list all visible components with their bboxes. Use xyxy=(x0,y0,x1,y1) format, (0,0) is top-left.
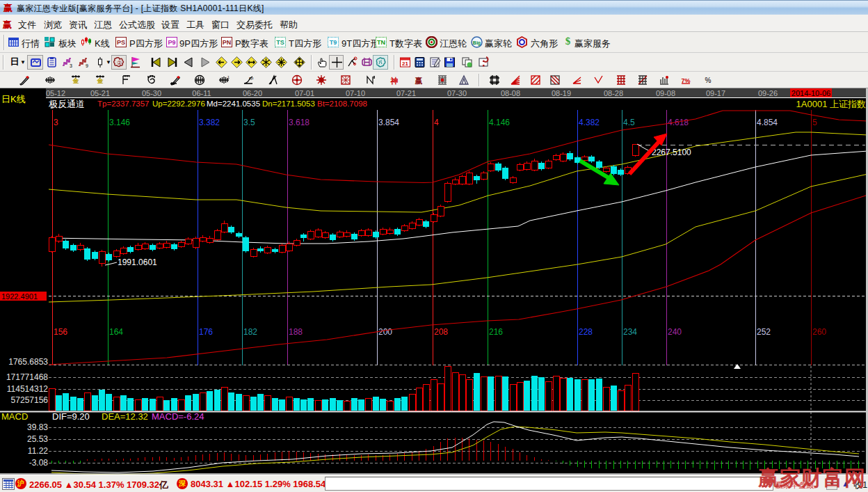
svg-text:164: 164 xyxy=(109,327,123,337)
svg-text:252: 252 xyxy=(757,327,771,337)
svg-text:5: 5 xyxy=(812,118,817,127)
svg-text:9: 9 xyxy=(86,63,88,68)
svg-text:DEA=12.32: DEA=12.32 xyxy=(102,411,148,422)
svg-text:MACD=-6.24: MACD=-6.24 xyxy=(152,411,204,422)
svg-text:4.618: 4.618 xyxy=(668,118,689,127)
svg-text:赢: 赢 xyxy=(415,77,423,85)
svg-text:188: 188 xyxy=(289,327,303,337)
svg-text:极反通道: 极反通道 xyxy=(49,99,85,109)
svg-text:39.83: 39.83 xyxy=(27,422,48,432)
svg-text:4.5: 4.5 xyxy=(623,118,635,127)
svg-text:3.5: 3.5 xyxy=(243,118,255,127)
svg-text:09-26: 09-26 xyxy=(758,89,778,97)
svg-text:182: 182 xyxy=(243,327,257,337)
svg-text:07-21: 07-21 xyxy=(396,89,416,97)
svg-text:09-17: 09-17 xyxy=(706,89,725,97)
svg-text:②: ② xyxy=(117,60,122,66)
svg-text:金: 金 xyxy=(72,77,80,84)
svg-text:Bt=2108.7098: Bt=2108.7098 xyxy=(317,100,367,108)
svg-text:07-10: 07-10 xyxy=(346,89,365,97)
svg-text:4.382: 4.382 xyxy=(579,118,600,127)
svg-text:1765.6853: 1765.6853 xyxy=(8,357,48,367)
svg-text:Up=2292.2976: Up=2292.2976 xyxy=(152,100,205,108)
svg-text:260: 260 xyxy=(812,327,826,337)
svg-text:176: 176 xyxy=(199,327,213,337)
svg-text:1922.4901: 1922.4901 xyxy=(1,292,38,301)
svg-text:n²: n² xyxy=(249,76,254,81)
svg-text:57257156: 57257156 xyxy=(11,395,49,405)
svg-text:06-20: 06-20 xyxy=(243,89,262,97)
svg-text:3.382: 3.382 xyxy=(199,118,220,127)
svg-text:216: 216 xyxy=(489,327,503,337)
svg-text:240: 240 xyxy=(668,327,682,337)
svg-text:Tp=2337.7357: Tp=2337.7357 xyxy=(97,100,150,108)
svg-text:4.146: 4.146 xyxy=(489,118,510,127)
svg-text:3.146: 3.146 xyxy=(109,118,130,127)
svg-text:3: 3 xyxy=(70,63,72,68)
svg-text:200: 200 xyxy=(378,327,392,337)
svg-text:08-28: 08-28 xyxy=(604,89,623,97)
svg-text:日K线: 日K线 xyxy=(1,94,26,104)
svg-text:Big: Big xyxy=(473,40,481,46)
svg-text:2267.5100: 2267.5100 xyxy=(652,148,691,157)
svg-text:08-08: 08-08 xyxy=(501,89,520,97)
svg-text:05-12: 05-12 xyxy=(46,89,65,97)
svg-text:神: 神 xyxy=(390,77,399,85)
svg-text:156: 156 xyxy=(54,327,67,337)
svg-text:4.854: 4.854 xyxy=(757,118,778,127)
svg-text:228: 228 xyxy=(579,327,593,337)
svg-text:Md=2241.0535: Md=2241.0535 xyxy=(207,100,260,108)
svg-text:12: 12 xyxy=(227,75,230,79)
svg-text:09-08: 09-08 xyxy=(656,89,675,97)
svg-text:07-01: 07-01 xyxy=(295,89,314,97)
svg-text:3: 3 xyxy=(54,118,58,127)
svg-text:-3.08: -3.08 xyxy=(29,458,49,468)
svg-text:25.53: 25.53 xyxy=(27,434,48,444)
svg-text:06-11: 06-11 xyxy=(192,89,211,97)
svg-text:11.22: 11.22 xyxy=(28,446,48,456)
svg-text:2014-10-06: 2014-10-06 xyxy=(791,89,830,97)
svg-text:05-21: 05-21 xyxy=(90,89,110,97)
svg-text:4: 4 xyxy=(434,118,439,127)
svg-text:金: 金 xyxy=(97,77,104,84)
svg-text:234: 234 xyxy=(623,327,637,337)
svg-text:114514312: 114514312 xyxy=(7,384,49,394)
svg-text:07-30: 07-30 xyxy=(447,89,467,97)
svg-text:05-30: 05-30 xyxy=(142,89,161,97)
svg-text:1A0001 上证指数: 1A0001 上证指数 xyxy=(796,99,866,109)
svg-text:3.618: 3.618 xyxy=(289,118,310,127)
svg-text:%: % xyxy=(705,77,712,84)
svg-text:21: 21 xyxy=(402,61,408,67)
svg-text:1991.0601: 1991.0601 xyxy=(118,257,157,267)
svg-text:208: 208 xyxy=(434,327,448,337)
svg-text:08-19: 08-19 xyxy=(552,89,571,97)
svg-text:DIF=9.20: DIF=9.20 xyxy=(52,411,90,422)
svg-text:3.854: 3.854 xyxy=(378,118,399,127)
svg-text:Dn=2171.5053: Dn=2171.5053 xyxy=(262,100,315,108)
svg-text:171771468: 171771468 xyxy=(6,372,48,382)
svg-text:MACD: MACD xyxy=(1,411,28,422)
